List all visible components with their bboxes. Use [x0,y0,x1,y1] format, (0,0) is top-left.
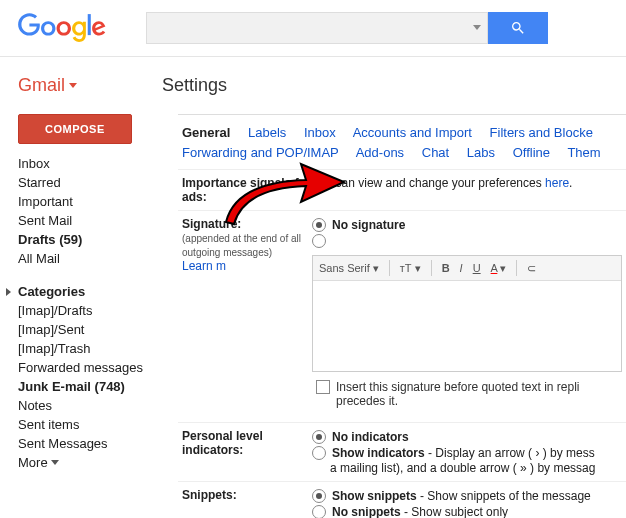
nav-important[interactable]: Important [18,192,178,211]
tab-offline[interactable]: Offline [513,145,550,160]
search-icon [510,20,526,36]
personal-level-label: Personal level indicators: [182,429,312,475]
tab-general[interactable]: General [182,125,230,140]
search-options-dropdown[interactable] [473,25,481,30]
signature-learn-link[interactable]: Learn m [182,259,226,273]
nav-categories[interactable]: Categories [18,282,178,301]
radio-no-snippets[interactable] [312,505,326,518]
tab-chat[interactable]: Chat [422,145,449,160]
nav-imap-sent[interactable]: [Imap]/Sent [18,320,178,339]
nav-imap-trash[interactable]: [Imap]/Trash [18,339,178,358]
nav-sent-messages[interactable]: Sent Messages [18,434,178,453]
no-signature-label: No signature [332,218,405,232]
tab-filters[interactable]: Filters and Blocke [490,125,593,140]
font-size-button[interactable]: тТ ▾ [400,262,421,275]
tab-labs[interactable]: Labs [467,145,495,160]
nav-junk[interactable]: Junk E-mail (748) [18,377,178,396]
nav-drafts[interactable]: Drafts (59) [18,230,178,249]
font-dropdown[interactable]: Sans Serif ▾ [319,262,379,275]
settings-tabs: General Labels Inbox Accounts and Import… [178,123,626,169]
gmail-dropdown[interactable]: Gmail [18,75,77,96]
link-button[interactable]: ⊂ [527,262,536,275]
tab-addons[interactable]: Add-ons [356,145,404,160]
nav-imap-drafts[interactable]: [Imap]/Drafts [18,301,178,320]
tab-forwarding[interactable]: Forwarding and POP/IMAP [182,145,339,160]
importance-label: Importance signals for ads: [182,176,312,204]
nav-sent-mail[interactable]: Sent Mail [18,211,178,230]
indicators-desc2: a mailing list), and a double arrow ( » … [312,461,622,475]
chevron-down-icon [51,460,59,465]
compose-button[interactable]: COMPOSE [18,114,132,144]
search-button[interactable] [488,12,548,44]
radio-no-signature[interactable] [312,218,326,232]
insert-before-label: Insert this signature before quoted text… [336,380,579,408]
italic-button[interactable]: I [460,262,463,274]
gmail-label: Gmail [18,75,65,96]
importance-here-link[interactable]: here [545,176,569,190]
underline-button[interactable]: U [473,262,481,274]
nav-notes[interactable]: Notes [18,396,178,415]
radio-show-indicators[interactable] [312,446,326,460]
signature-editor: Sans Serif ▾ тТ ▾ B I U A ▾ ⊂ [312,255,622,372]
importance-text: You can view and change your preferences… [312,176,622,204]
bold-button[interactable]: B [442,262,450,274]
chevron-down-icon [69,83,77,88]
insert-before-checkbox[interactable] [316,380,330,394]
page-title: Settings [162,75,227,96]
radio-no-indicators[interactable] [312,430,326,444]
nav-inbox[interactable]: Inbox [18,154,178,173]
signature-textarea[interactable] [313,281,621,371]
no-indicators-label: No indicators [332,430,409,444]
nav-all-mail[interactable]: All Mail [18,249,178,268]
tab-inbox[interactable]: Inbox [304,125,336,140]
tab-themes[interactable]: Them [567,145,600,160]
nav-starred[interactable]: Starred [18,173,178,192]
google-logo[interactable] [18,13,106,43]
tab-labels[interactable]: Labels [248,125,286,140]
signature-label: Signature: (appended at the end of all o… [182,217,312,416]
snippets-label: Snippets: [182,488,312,518]
search-input[interactable] [146,12,488,44]
nav-sent-items[interactable]: Sent items [18,415,178,434]
radio-custom-signature[interactable] [312,234,326,248]
radio-show-snippets[interactable] [312,489,326,503]
tab-accounts[interactable]: Accounts and Import [353,125,472,140]
text-color-button[interactable]: A ▾ [491,262,507,275]
nav-forwarded[interactable]: Forwarded messages [18,358,178,377]
nav-more[interactable]: More [18,453,178,472]
